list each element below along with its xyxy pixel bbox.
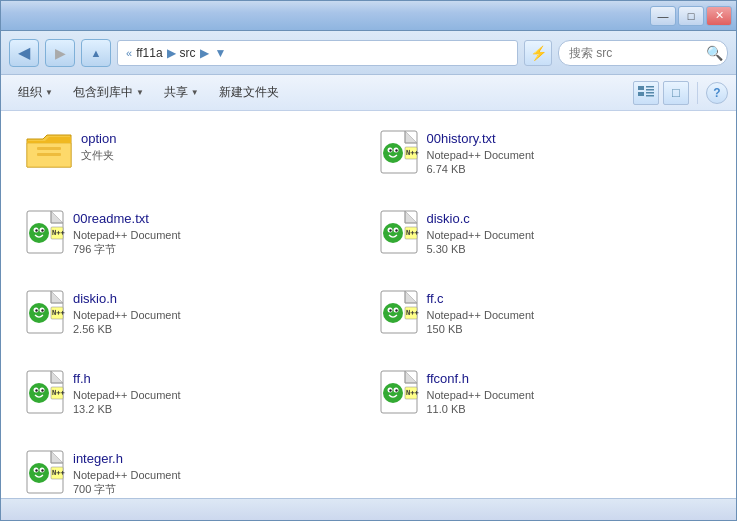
file-name: diskio.c bbox=[427, 211, 535, 228]
svg-point-65 bbox=[29, 463, 49, 483]
svg-rect-1 bbox=[646, 86, 654, 88]
new-folder-button[interactable]: 新建文件夹 bbox=[210, 80, 288, 106]
file-info: 00history.txt Notepad++ Document 6.74 KB bbox=[427, 129, 535, 176]
svg-point-52 bbox=[35, 389, 37, 391]
svg-text:N++: N++ bbox=[406, 309, 419, 317]
svg-text:N++: N++ bbox=[52, 229, 65, 237]
svg-rect-3 bbox=[638, 92, 644, 96]
search-wrapper: 🔍 bbox=[558, 40, 728, 66]
notepad-icon: N++ bbox=[379, 289, 419, 335]
file-type: Notepad++ Document bbox=[73, 228, 181, 242]
breadcrumb[interactable]: « ff11a ▶ src ▶ ▼ bbox=[117, 40, 518, 66]
back-button[interactable]: ◀ bbox=[9, 39, 39, 67]
notepad-icon: N++ bbox=[25, 209, 65, 255]
file-size: 2.56 KB bbox=[73, 322, 181, 336]
folder-icon bbox=[25, 129, 73, 171]
file-size: 5.30 KB bbox=[427, 242, 535, 256]
explorer-window: — □ ✕ ◀ ▶ ▲ « ff11a ▶ src ▶ ▼ ⚡ 🔍 组织 ▼ 包… bbox=[0, 0, 737, 521]
list-item[interactable]: option 文件夹 bbox=[15, 121, 369, 201]
organize-chevron: ▼ bbox=[45, 88, 53, 97]
file-name: diskio.h bbox=[73, 291, 181, 308]
file-type: Notepad++ Document bbox=[427, 388, 535, 402]
view-icon-button[interactable] bbox=[633, 81, 659, 105]
list-item[interactable]: N++ ff.c Notepad++ Document 150 KB bbox=[369, 281, 723, 361]
file-info: 00readme.txt Notepad++ Document 796 字节 bbox=[73, 209, 181, 256]
organize-button[interactable]: 组织 ▼ bbox=[9, 80, 62, 106]
file-size: 13.2 KB bbox=[73, 402, 181, 416]
list-item[interactable]: N++ integer.h Notepad++ Document 700 字节 bbox=[15, 441, 369, 498]
svg-point-33 bbox=[29, 303, 49, 323]
notepad-icon: N++ bbox=[379, 369, 419, 415]
file-name: integer.h bbox=[73, 451, 181, 468]
svg-point-17 bbox=[29, 223, 49, 243]
svg-point-45 bbox=[395, 309, 397, 311]
svg-point-69 bbox=[41, 469, 43, 471]
window-controls: — □ ✕ bbox=[650, 6, 732, 26]
notepad-icon: N++ bbox=[25, 449, 65, 495]
status-bar bbox=[1, 498, 736, 520]
toolbar-separator bbox=[697, 82, 698, 104]
include-library-button[interactable]: 包含到库中 ▼ bbox=[64, 80, 153, 106]
file-info: diskio.c Notepad++ Document 5.30 KB bbox=[427, 209, 535, 256]
breadcrumb-ff11a[interactable]: ff11a bbox=[136, 46, 162, 60]
svg-point-12 bbox=[389, 149, 391, 151]
list-item[interactable]: N++ ffconf.h Notepad++ Document 11.0 KB bbox=[369, 361, 723, 441]
breadcrumb-double-arrow: « bbox=[126, 47, 132, 59]
share-button[interactable]: 共享 ▼ bbox=[155, 80, 208, 106]
file-name: 00readme.txt bbox=[73, 211, 181, 228]
svg-point-25 bbox=[383, 223, 403, 243]
svg-point-29 bbox=[395, 229, 397, 231]
address-bar: ◀ ▶ ▲ « ff11a ▶ src ▶ ▼ ⚡ 🔍 bbox=[1, 31, 736, 75]
file-info: diskio.h Notepad++ Document 2.56 KB bbox=[73, 289, 181, 336]
include-library-chevron: ▼ bbox=[136, 88, 144, 97]
list-item[interactable]: N++ 00history.txt Notepad++ Document 6.7… bbox=[369, 121, 723, 201]
file-type: Notepad++ Document bbox=[427, 148, 535, 162]
minimize-button[interactable]: — bbox=[650, 6, 676, 26]
svg-rect-2 bbox=[646, 89, 654, 91]
svg-point-13 bbox=[395, 149, 397, 151]
breadcrumb-dropdown[interactable]: ▼ bbox=[215, 46, 227, 60]
file-info: ff.c Notepad++ Document 150 KB bbox=[427, 289, 535, 336]
svg-point-60 bbox=[389, 389, 391, 391]
file-size: 11.0 KB bbox=[427, 402, 535, 416]
svg-text:N++: N++ bbox=[406, 389, 419, 397]
file-name: ffconf.h bbox=[427, 371, 535, 388]
close-button[interactable]: ✕ bbox=[706, 6, 732, 26]
file-type: Notepad++ Document bbox=[73, 308, 181, 322]
svg-point-68 bbox=[35, 469, 37, 471]
svg-point-53 bbox=[41, 389, 43, 391]
file-area: option 文件夹 N++ 00history.txt Notepad++ D… bbox=[1, 111, 736, 498]
title-bar: — □ ✕ bbox=[1, 1, 736, 31]
svg-rect-7 bbox=[37, 153, 61, 156]
svg-text:N++: N++ bbox=[406, 229, 419, 237]
maximize-button[interactable]: □ bbox=[678, 6, 704, 26]
up-button[interactable]: ▲ bbox=[81, 39, 111, 67]
file-info: integer.h Notepad++ Document 700 字节 bbox=[73, 449, 181, 496]
breadcrumb-src[interactable]: src bbox=[180, 46, 196, 60]
svg-point-21 bbox=[41, 229, 43, 231]
svg-point-28 bbox=[389, 229, 391, 231]
file-info: ffconf.h Notepad++ Document 11.0 KB bbox=[427, 369, 535, 416]
svg-text:N++: N++ bbox=[406, 149, 419, 157]
svg-text:N++: N++ bbox=[52, 469, 65, 477]
svg-rect-4 bbox=[646, 92, 654, 94]
layout-button[interactable]: □ bbox=[663, 81, 689, 105]
file-info: option 文件夹 bbox=[81, 129, 116, 162]
file-name: ff.h bbox=[73, 371, 181, 388]
breadcrumb-sep2: ▶ bbox=[200, 46, 209, 60]
file-size: 6.74 KB bbox=[427, 162, 535, 176]
svg-text:N++: N++ bbox=[52, 389, 65, 397]
list-item[interactable]: N++ ff.h Notepad++ Document 13.2 KB bbox=[15, 361, 369, 441]
help-button[interactable]: ? bbox=[706, 82, 728, 104]
list-item[interactable]: N++ 00readme.txt Notepad++ Document 796 … bbox=[15, 201, 369, 281]
list-item[interactable]: N++ diskio.c Notepad++ Document 5.30 KB bbox=[369, 201, 723, 281]
list-item[interactable]: N++ diskio.h Notepad++ Document 2.56 KB bbox=[15, 281, 369, 361]
forward-button[interactable]: ▶ bbox=[45, 39, 75, 67]
refresh-button[interactable]: ⚡ bbox=[524, 40, 552, 66]
notepad-icon: N++ bbox=[379, 129, 419, 175]
file-size: 700 字节 bbox=[73, 482, 181, 496]
toolbar: 组织 ▼ 包含到库中 ▼ 共享 ▼ 新建文件夹 bbox=[1, 75, 736, 111]
svg-point-44 bbox=[389, 309, 391, 311]
search-input[interactable] bbox=[558, 40, 728, 66]
search-icon[interactable]: 🔍 bbox=[706, 45, 722, 61]
